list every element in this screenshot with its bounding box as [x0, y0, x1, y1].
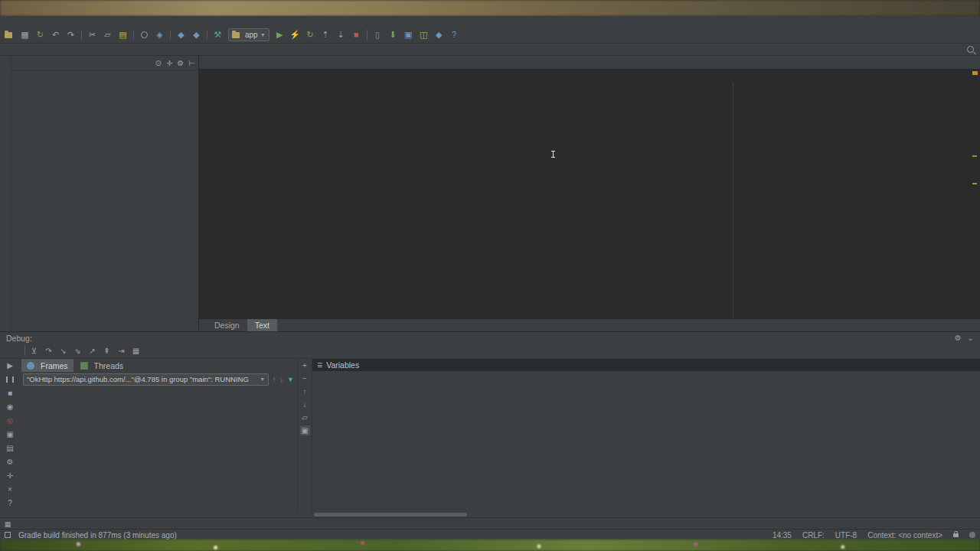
pin-icon[interactable]: ✛ — [5, 471, 15, 481]
close-debug-icon[interactable]: × — [5, 484, 15, 494]
error-stripe-indicator[interactable] — [972, 71, 978, 75]
tab-design[interactable]: Design — [207, 319, 247, 331]
debug-header: Debug: ⚙ ⌄ — [0, 332, 980, 344]
toolbar-separator — [207, 30, 207, 40]
restore-layout-icon[interactable]: ▣ — [5, 429, 15, 439]
stop-icon[interactable]: ■ — [351, 30, 361, 40]
line-separator[interactable]: CRLF: — [802, 531, 825, 540]
toolwindow-corner-icon[interactable]: ▦ — [3, 518, 12, 530]
undo-icon[interactable]: ↶ — [51, 30, 60, 40]
layout-inspector-icon[interactable]: ▣ — [403, 30, 413, 40]
inspections-hector-icon[interactable] — [969, 532, 975, 538]
settings-gear-icon[interactable]: ⚙ — [177, 59, 184, 67]
forward-icon[interactable]: ◆ — [191, 30, 201, 40]
evaluate-expression-icon[interactable]: ▦ — [130, 345, 142, 357]
instant-run-icon[interactable]: ⚡ — [290, 30, 300, 40]
frames-icon — [27, 362, 34, 370]
show-execution-point-icon[interactable]: ⊻ — [28, 345, 40, 357]
help-icon[interactable]: ? — [449, 30, 459, 40]
open-icon[interactable] — [5, 30, 15, 40]
project-structure-icon[interactable]: ◫ — [419, 30, 429, 40]
left-tool-strip — [0, 56, 11, 331]
toolbar-separator — [367, 30, 368, 40]
tab-frames[interactable]: Frames — [21, 359, 74, 372]
show-watches-toggle-icon[interactable]: ▣ — [300, 425, 310, 435]
find-icon[interactable] — [139, 30, 149, 40]
debug-content: ▶ ■ ◉ ◎ ▣ ▤ ⚙ ✛ × ? Frames — [0, 359, 980, 512]
search-icon[interactable] — [967, 46, 974, 53]
warning-stripe-tick[interactable] — [972, 183, 977, 184]
redo-icon[interactable]: ↷ — [66, 30, 76, 40]
status-message: Gradle build finished in 877ms (3 minute… — [18, 531, 177, 540]
replace-icon[interactable]: ◈ — [155, 30, 165, 40]
threads-icon — [80, 362, 88, 370]
thread-dropdown[interactable]: "OkHttp https://api.github.com/..."@4.78… — [23, 373, 269, 386]
toggle-toolwindows-icon[interactable] — [5, 532, 11, 538]
debug-help-icon[interactable]: ? — [5, 498, 15, 508]
debugger-settings-icon[interactable]: ⚙ — [5, 457, 15, 467]
force-step-into-icon[interactable]: ⇘ — [72, 345, 83, 357]
next-frame-icon[interactable]: ↓ — [280, 376, 284, 383]
toolbar-separator — [24, 346, 25, 356]
add-watch-icon[interactable]: + — [300, 360, 310, 370]
stop-debug-icon[interactable]: ■ — [5, 388, 15, 398]
debug-settings-gear-icon[interactable]: ⚙ — [955, 334, 962, 342]
video-frame: ▦ ↻ ↶ ↷ ✂ ▱ ▤ ◈ ◆ ◆ ⚒ app ▼ ▶ ⚡ ↻ ⇡ — [0, 0, 980, 551]
step-out-icon[interactable]: ↗ — [87, 345, 98, 357]
main-area: ⊙ ✛ ⚙ ⊢ Design Text — [0, 56, 980, 331]
thread-dump-icon[interactable]: ▤ — [5, 443, 15, 453]
watch-action-strip: + − ↑ ↓ ▱ ▣ — [298, 359, 312, 512]
project-tool-window: ⊙ ✛ ⚙ ⊢ — [11, 56, 199, 331]
duplicate-watch-icon[interactable]: ▱ — [300, 412, 310, 422]
step-over-icon[interactable]: ↷ — [43, 345, 54, 357]
cut-icon[interactable]: ✂ — [87, 30, 97, 40]
cursor-position[interactable]: 14:35 — [773, 531, 792, 540]
copy-icon[interactable]: ▱ — [103, 30, 113, 40]
profile-icon[interactable]: ⇡ — [321, 30, 331, 40]
attach-debugger-icon[interactable]: ⇣ — [336, 30, 346, 40]
variables-icon: ☰ — [317, 362, 322, 369]
save-all-icon[interactable]: ▦ — [20, 30, 30, 40]
sync-project-icon[interactable]: ↻ — [305, 30, 315, 40]
run-icon[interactable]: ▶ — [275, 30, 285, 40]
remove-watch-icon[interactable]: − — [300, 373, 310, 383]
avd-manager-icon[interactable]: ▯ — [373, 30, 383, 40]
lock-icon[interactable] — [953, 533, 959, 537]
collapse-all-icon[interactable]: ✛ — [166, 59, 172, 67]
sync-icon[interactable]: ↻ — [35, 30, 45, 40]
locate-icon[interactable]: ⊙ — [155, 59, 162, 67]
move-watch-down-icon[interactable]: ↓ — [300, 399, 310, 409]
tab-threads[interactable]: Threads — [75, 359, 129, 372]
navigation-breadcrumb-bar — [0, 44, 980, 56]
compile-icon[interactable]: ⚒ — [213, 30, 223, 40]
context-indicator: Context: <no context> — [867, 531, 942, 540]
filter-frames-icon[interactable]: ▼ — [287, 376, 294, 383]
prev-frame-icon[interactable]: ↑ — [273, 376, 276, 383]
run-to-cursor-icon[interactable]: ⇥ — [116, 345, 127, 357]
move-watch-up-icon[interactable]: ↑ — [300, 386, 310, 396]
video-background-bottom — [0, 540, 980, 551]
step-into-icon[interactable]: ↘ — [57, 345, 69, 357]
drop-frame-icon[interactable]: ⇞ — [101, 345, 113, 357]
run-configuration-dropdown[interactable]: app ▼ — [228, 28, 270, 41]
variables-pane: ☰ Variables — [312, 359, 980, 512]
mute-breakpoints-icon[interactable]: ◎ — [5, 416, 15, 425]
warning-stripe-tick[interactable] — [972, 155, 977, 157]
code-editor[interactable] — [199, 83, 980, 319]
view-breakpoints-icon[interactable]: ◉ — [5, 402, 15, 412]
paste-icon[interactable]: ▤ — [118, 30, 128, 40]
debug-tool-window: Debug: ⚙ ⌄ ⊻ ↷ ↘ ⇘ ↗ ⇞ ⇥ ▦ — [0, 331, 980, 518]
gem-icon[interactable]: ◆ — [434, 30, 444, 40]
tab-text[interactable]: Text — [247, 319, 277, 331]
threads-tab-label: Threads — [94, 361, 124, 370]
pause-icon[interactable] — [5, 374, 15, 384]
xml-breadcrumb-chips — [199, 70, 980, 83]
resume-icon[interactable]: ▶ — [5, 360, 15, 370]
sdk-manager-icon[interactable]: ⬇ — [388, 30, 398, 40]
hide-panel-icon[interactable]: ⊢ — [188, 59, 195, 67]
back-icon[interactable]: ◆ — [176, 30, 186, 40]
file-encoding[interactable]: UTF-8 — [835, 531, 857, 540]
chevron-down-icon: ▼ — [260, 374, 265, 384]
debug-hide-icon[interactable]: ⌄ — [968, 334, 974, 342]
horizontal-scrollbar[interactable] — [314, 513, 467, 517]
